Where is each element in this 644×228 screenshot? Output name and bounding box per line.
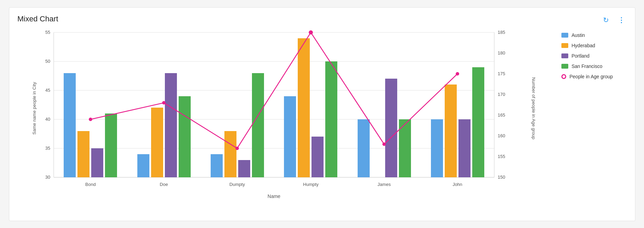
bar-bond-sf	[105, 113, 117, 177]
chart-container: 30 35 40 45 50 55 Same name people in Ci…	[18, 29, 627, 201]
bar-doe-portland	[165, 73, 177, 177]
svg-text:160: 160	[498, 133, 505, 138]
xlabel-james: James	[377, 182, 391, 187]
svg-text:180: 180	[498, 50, 505, 56]
svg-text:Number of people in Age group: Number of people in Age group	[531, 77, 536, 139]
svg-text:185: 185	[498, 30, 505, 35]
xlabel-humpty: Humpty	[303, 182, 318, 187]
age-point-dumpty	[235, 147, 239, 150]
svg-text:155: 155	[498, 154, 505, 159]
x-axis-title: Name	[267, 194, 281, 199]
chart-svg: 30 35 40 45 50 55 Same name people in Ci…	[18, 29, 551, 201]
bar-john-portland	[458, 119, 471, 177]
svg-text:150: 150	[498, 175, 505, 180]
legend-item-portland: Portland	[561, 53, 627, 59]
svg-text:35: 35	[45, 146, 50, 151]
age-point-humpty	[309, 30, 313, 34]
svg-text:45: 45	[45, 88, 50, 93]
xlabel-doe: Doe	[160, 182, 168, 187]
legend-swatch-hyderabad	[561, 43, 568, 48]
legend-item-age-group: People in Age group	[561, 74, 627, 79]
bar-dumpty-hyderabad	[224, 131, 236, 177]
chart-card: Mixed Chart ↻ ⋮	[9, 7, 635, 221]
bar-bond-hyderabad	[77, 131, 89, 177]
refresh-button[interactable]: ↻	[601, 14, 612, 26]
card-header: Mixed Chart ↻ ⋮	[18, 14, 627, 26]
card-actions: ↻ ⋮	[601, 14, 627, 26]
legend-swatch-austin	[561, 33, 568, 38]
svg-rect-0	[54, 32, 494, 177]
svg-text:Same name people in City: Same name people in City	[32, 82, 37, 135]
bar-john-sf	[472, 67, 484, 177]
more-icon: ⋮	[618, 16, 625, 24]
card-title: Mixed Chart	[18, 14, 59, 23]
bar-john-hyderabad	[445, 85, 457, 177]
bar-james-austin	[358, 119, 370, 177]
age-point-bond	[89, 118, 92, 121]
svg-text:40: 40	[45, 117, 50, 122]
svg-text:165: 165	[498, 112, 505, 118]
legend-item-hyderabad: Hyderabad	[561, 43, 627, 48]
bar-humpty-austin	[284, 96, 296, 177]
legend-swatch-age-group	[561, 74, 566, 79]
xlabel-bond: Bond	[85, 182, 95, 187]
age-point-doe	[162, 101, 166, 105]
legend-label-sf: San Francisco	[572, 63, 602, 69]
svg-text:175: 175	[498, 71, 505, 76]
legend-label-austin: Austin	[572, 32, 585, 38]
svg-text:30: 30	[45, 175, 50, 180]
bar-humpty-portland	[312, 137, 324, 177]
bar-doe-austin	[137, 154, 149, 177]
age-point-james	[382, 142, 386, 146]
more-options-button[interactable]: ⋮	[616, 14, 627, 26]
bar-dumpty-austin	[211, 154, 223, 177]
bar-doe-hyderabad	[151, 108, 163, 177]
svg-text:50: 50	[45, 59, 50, 64]
legend-label-age-group: People in Age group	[570, 74, 613, 79]
bar-doe-sf	[179, 96, 191, 177]
age-point-john	[456, 72, 459, 76]
bar-humpty-hyderabad	[298, 38, 310, 177]
svg-text:170: 170	[498, 92, 505, 97]
legend-swatch-sf	[561, 64, 568, 69]
svg-text:55: 55	[45, 30, 50, 35]
legend-label-hyderabad: Hyderabad	[572, 43, 595, 48]
bar-bond-portland	[91, 148, 103, 177]
refresh-icon: ↻	[603, 16, 609, 24]
chart-area: 30 35 40 45 50 55 Same name people in Ci…	[18, 29, 551, 201]
bar-dumpty-portland	[238, 160, 250, 177]
legend-item-austin: Austin	[561, 32, 627, 38]
legend-swatch-portland	[561, 53, 568, 58]
bar-john-austin	[431, 119, 443, 177]
legend-item-sf: San Francisco	[561, 63, 627, 69]
bar-dumpty-sf	[252, 73, 264, 177]
bar-humpty-sf	[325, 61, 337, 177]
xlabel-dumpty: Dumpty	[229, 182, 245, 187]
legend-label-portland: Portland	[572, 53, 590, 59]
bar-james-portland	[385, 79, 397, 177]
xlabel-john: John	[452, 182, 462, 187]
legend-area: Austin Hyderabad Portland San Francisco …	[551, 29, 627, 201]
bar-bond-austin	[64, 73, 76, 177]
